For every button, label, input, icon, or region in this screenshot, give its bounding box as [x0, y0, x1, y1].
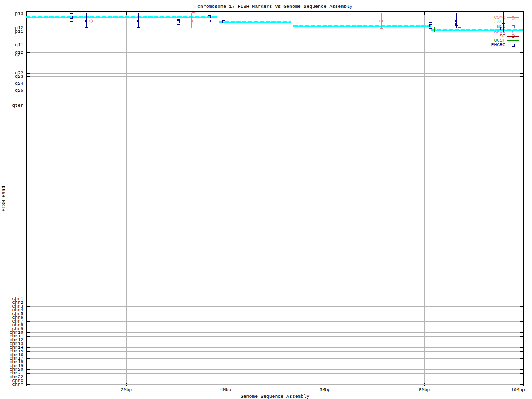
legend-sample-cap: [519, 39, 519, 42]
y-tick-mark-right: [520, 310, 523, 310]
error-bar-cap: [177, 24, 180, 25]
error-bar-cap: [192, 12, 195, 13]
error-bar-cap: [222, 25, 225, 25]
h-gridline: [27, 381, 523, 381]
csmc-error-bar: [194, 12, 194, 16]
y-tick-mark-right: [520, 73, 523, 74]
y-tick-mark-right: [520, 358, 523, 359]
y-tick-mark-left: [27, 45, 30, 45]
legend-sample-cap: [519, 21, 519, 23]
h-gridline: [27, 45, 523, 45]
legend-label-fhcrc: FHCRC: [491, 42, 505, 47]
y-tick-mark-right: [520, 32, 523, 32]
h-gridline: [27, 73, 523, 74]
y-tick-mark-left: [27, 303, 30, 303]
csmc-point-diamond-marker: [89, 19, 94, 23]
h-gridline: [27, 366, 523, 366]
y-tick-mark-right: [520, 314, 523, 314]
y-tick-mark-right: [520, 366, 523, 366]
error-bar-cap: [429, 28, 432, 29]
y-tick-label: chrY: [0, 382, 23, 387]
fhcrc-point-square-marker: [455, 20, 458, 22]
y-tick-mark-right: [520, 351, 523, 352]
fish-band-segment: [431, 29, 523, 31]
fish-band-segment: [293, 25, 431, 27]
y-tick-mark-left: [27, 332, 30, 333]
legend-sample-cap: [519, 35, 519, 37]
y-tick-label: q21: [0, 53, 23, 57]
error-bar-cap: [90, 13, 93, 13]
y-tick-mark-right: [520, 321, 523, 322]
fhcrc-point-square-marker: [137, 20, 140, 22]
h-gridline: [27, 377, 523, 377]
ucsf-point-plus-marker: [458, 28, 462, 32]
y-tick-mark-left: [27, 306, 30, 307]
h-gridline: [27, 32, 523, 32]
y-tick-label: p11: [0, 30, 23, 34]
h-gridline: [27, 384, 523, 385]
h-gridline: [27, 358, 523, 359]
y-tick-mark-left: [27, 358, 30, 359]
h-gridline: [27, 299, 523, 299]
plus-v: [513, 39, 513, 42]
error-bar-cap: [85, 13, 88, 13]
h-gridline: [27, 84, 523, 84]
error-bar-cap: [137, 27, 140, 28]
chart-title: Chromosome 17 FISH Markers vs Genome Seq…: [27, 4, 523, 9]
h-gridline: [27, 52, 523, 53]
y-tick-mark-left: [27, 55, 30, 55]
y-tick-mark-left: [27, 377, 30, 377]
x-tick-mark-top: [325, 12, 325, 15]
y-tick-mark-left: [27, 91, 30, 91]
fhcrc-point-square-marker: [177, 20, 180, 23]
y-tick-mark-left: [27, 384, 30, 385]
y-tick-mark-left: [27, 73, 30, 74]
legend-sample-cap: [507, 21, 507, 23]
h-gridline: [27, 351, 523, 352]
y-tick-mark-left: [27, 347, 30, 348]
y-tick-mark-left: [27, 314, 30, 314]
error-bar-cap: [208, 13, 211, 13]
y-tick-mark-right: [520, 84, 523, 84]
y-tick-mark-right: [520, 55, 523, 55]
legend-sample-cap: [519, 17, 519, 19]
legend-sample-cap: [507, 44, 507, 46]
fhcrc-point-square-marker: [208, 20, 211, 22]
y-tick-mark-left: [27, 84, 30, 84]
v-gridline: [226, 12, 226, 386]
y-tick-mark-right: [520, 384, 523, 385]
y-tick-mark-right: [520, 306, 523, 307]
y-tick-mark-right: [520, 332, 523, 333]
h-gridline: [27, 28, 523, 28]
h-gridline: [27, 362, 523, 362]
fhcrc-point-square-marker: [208, 15, 211, 18]
h-gridline: [27, 340, 523, 340]
legend-square-marker: [512, 44, 515, 47]
y-tick-mark-left: [27, 52, 30, 53]
error-bar-cap: [502, 12, 505, 12]
fhcrc-point-square-marker: [429, 24, 432, 27]
y-tick-mark-left: [27, 310, 30, 310]
error-bar-cap: [70, 21, 73, 22]
error-bar-cap: [429, 22, 432, 23]
y-tick-mark-right: [520, 303, 523, 303]
error-bar-cap: [177, 19, 180, 20]
y-tick-mark-right: [520, 347, 523, 348]
y-tick-mark-right: [520, 373, 523, 374]
error-bar-cap: [190, 28, 193, 28]
x-tick-mark-top: [126, 12, 127, 15]
y-tick-mark-right: [520, 369, 523, 370]
plus-v: [513, 20, 513, 24]
y-tick-mark-left: [27, 362, 30, 362]
x-tick-label: 6Mbp: [308, 387, 342, 392]
v-gridline: [325, 12, 325, 386]
legend-sample-cap: [507, 26, 507, 28]
y-tick-mark-right: [520, 318, 523, 318]
error-bar-cap: [222, 19, 225, 19]
fhcrc-point-square-marker: [70, 16, 73, 19]
y-tick-mark-left: [27, 32, 30, 32]
h-gridline: [27, 314, 523, 314]
legend-sample-cap: [507, 17, 507, 19]
error-bar-cap: [380, 13, 383, 13]
y-tick-mark-left: [27, 106, 30, 106]
